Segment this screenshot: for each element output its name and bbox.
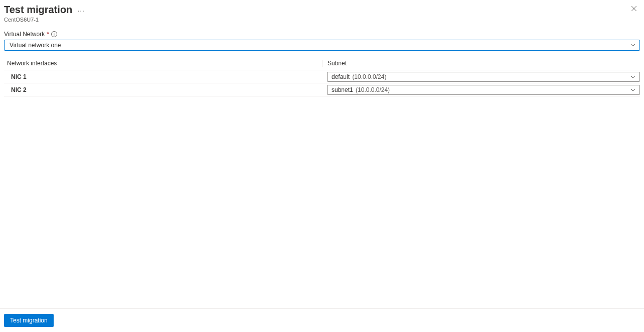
table-row: NIC 1 default (10.0.0.0/24) [4,70,640,83]
page-title: Test migration [4,4,72,16]
subnet-value: default (10.0.0.0/24) [332,73,386,80]
subnet-cidr: (10.0.0.0/24) [352,73,386,80]
nic-table: Network interfaces Subnet NIC 1 default … [4,57,640,96]
column-header-subnet: Subnet [322,60,640,67]
table-row: NIC 2 subnet1 (10.0.0.0/24) [4,83,640,96]
chevron-down-icon [630,75,635,78]
header-left: Test migration ··· [4,4,85,16]
required-indicator: * [47,31,49,38]
subnet-select[interactable]: default (10.0.0.0/24) [327,72,640,82]
test-migration-button[interactable]: Test migration [4,314,54,327]
subnet-name: subnet1 [332,86,353,93]
subnet-cell: default (10.0.0.0/24) [322,71,640,83]
panel-header: Test migration ··· [0,0,644,17]
subnet-cidr: (10.0.0.0/24) [356,86,390,93]
nic-name: NIC 1 [4,73,322,80]
column-header-nic: Network interfaces [4,60,322,67]
subnet-value: subnet1 (10.0.0.0/24) [332,86,390,93]
virtual-network-value: Virtual network one [10,42,61,49]
table-header: Network interfaces Subnet [4,57,640,70]
panel-subtitle: CentOS6U7-1 [0,17,644,31]
subnet-select[interactable]: subnet1 (10.0.0.0/24) [327,85,640,95]
panel-content: Virtual Network * i Virtual network one … [0,31,644,308]
virtual-network-label-text: Virtual Network [4,31,45,38]
virtual-network-select[interactable]: Virtual network one [4,40,640,51]
nic-name: NIC 2 [4,86,322,93]
close-icon[interactable] [628,4,640,14]
panel-footer: Test migration [0,308,644,332]
chevron-down-icon [630,88,635,91]
subnet-cell: subnet1 (10.0.0.0/24) [322,84,640,96]
info-icon[interactable]: i [51,31,57,37]
virtual-network-label: Virtual Network * i [4,31,640,38]
chevron-down-icon [630,44,635,47]
more-icon[interactable]: ··· [77,7,85,15]
subnet-name: default [332,73,350,80]
